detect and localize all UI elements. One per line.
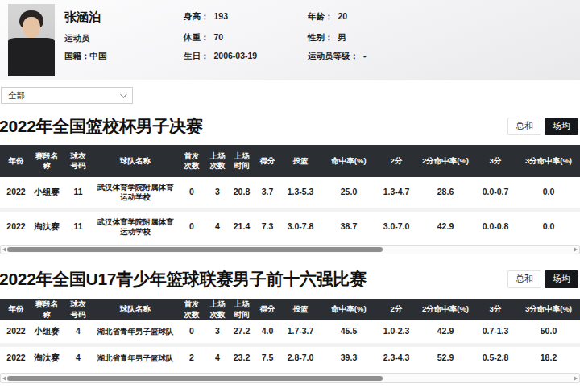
table-cell: 0.0 <box>517 187 580 197</box>
table-cell: 11 <box>61 187 95 197</box>
column-header: 命中率(%) <box>322 304 375 314</box>
column-header: 首发 次数 <box>176 151 208 171</box>
scroll-right-arrow-icon[interactable] <box>574 376 578 381</box>
player-name: 张涵泊 <box>64 10 101 25</box>
table-cell: 2022 <box>0 221 32 232</box>
table-cell: 20.8 <box>227 187 256 197</box>
table-cell: 23.2 <box>227 353 256 363</box>
stats-table-1: 年份赛段名称球衣 号码球队名称首发 次数上场 次数上场 时间得分投篮命中率(%)… <box>0 145 580 242</box>
column-header: 上场 次数 <box>208 299 227 320</box>
section-1-title: 2022年全国篮校杯男子决赛 <box>0 115 203 138</box>
scrollbar-thumb[interactable] <box>7 376 383 381</box>
scroll-left-arrow-icon[interactable] <box>2 376 6 381</box>
column-header: 投篮 <box>279 304 322 314</box>
table-cell: 0 <box>176 187 208 197</box>
stats-table-2: 年份赛段名称球衣 号码球队名称首发 次数上场 次数上场 时间得分投篮命中率(%)… <box>0 299 580 369</box>
table-row: 2022小组赛11武汉体育学院附属体育运动学校0320.83.71.3-5.32… <box>0 177 580 208</box>
table-cell: 27.2 <box>227 326 256 336</box>
table-header-row: 年份赛段名称球衣 号码球队名称首发 次数上场 次数上场 时间得分投篮命中率(%)… <box>0 299 580 320</box>
table-cell: 湖北省青年男子篮球队 <box>95 353 176 363</box>
field-age: 年龄：20 <box>308 11 347 23</box>
section-1-toggle-group: 总和 场均 <box>508 118 578 134</box>
table-cell: 3.7 <box>256 187 279 197</box>
photo-face <box>23 17 40 38</box>
player-photo <box>8 4 55 76</box>
field-weight: 体重：70 <box>184 32 223 43</box>
table-cell: 2022 <box>0 353 32 363</box>
sum-toggle-button[interactable]: 总和 <box>508 118 541 134</box>
table-cell: 11 <box>61 221 95 232</box>
column-header: 2分 <box>375 304 417 314</box>
table-cell: 2.8-7.0 <box>279 353 322 363</box>
table-row: 2022小组赛4湖北省青年男子篮球队0327.24.01.7-3.745.51.… <box>0 320 580 343</box>
table-cell: 4 <box>61 353 95 363</box>
field-gender: 性别：男 <box>308 32 346 43</box>
table-cell: 0.0-0.7 <box>474 187 517 197</box>
column-header: 上场 次数 <box>208 151 227 171</box>
column-header: 3分命中率(%) <box>517 156 580 166</box>
player-role: 运动员 <box>64 33 90 44</box>
table-cell: 39.3 <box>322 353 375 363</box>
column-header: 2分命中率(%) <box>417 156 474 166</box>
table-cell: 淘汰赛 <box>32 221 61 232</box>
table-cell: 3.0-7.8 <box>279 221 322 232</box>
photo-torso <box>8 38 55 76</box>
column-header: 3分 <box>474 156 517 166</box>
scroll-left-arrow-icon[interactable] <box>2 247 6 252</box>
table-cell: 28.6 <box>417 187 474 197</box>
player-nationality: 国籍：中国 <box>64 51 107 62</box>
table-cell: 4 <box>61 326 95 336</box>
column-header: 赛段名称 <box>32 299 61 320</box>
table-cell: 1.0-2.3 <box>375 326 417 336</box>
table-cell: 4 <box>208 353 227 363</box>
table-cell: 0.5-2.8 <box>474 353 517 363</box>
horizontal-scrollbar[interactable] <box>0 373 580 383</box>
scroll-right-arrow-icon[interactable] <box>574 247 578 252</box>
column-header: 球衣 号码 <box>61 151 95 171</box>
table-cell: 2.3-4.3 <box>375 353 417 363</box>
table-header-row: 年份赛段名称球衣 号码球队名称首发 次数上场 次数上场 时间得分投篮命中率(%)… <box>0 145 580 177</box>
table-cell: 7.3 <box>256 221 279 232</box>
chevron-down-icon <box>120 91 126 97</box>
table-cell: 淘汰赛 <box>32 353 61 363</box>
per-game-toggle-button[interactable]: 场均 <box>545 270 578 287</box>
table-cell: 50.0 <box>517 326 580 336</box>
column-header: 得分 <box>256 304 279 314</box>
table-cell: 2022 <box>0 326 32 336</box>
table-cell: 3.0-7.0 <box>375 221 417 232</box>
table-cell: 小组赛 <box>32 187 61 197</box>
table-row: 2022淘汰赛11武汉体育学院附属体育运动学校0421.47.33.0-7.83… <box>0 212 580 242</box>
column-header: 命中率(%) <box>322 156 375 166</box>
table-cell: 武汉体育学院附属体育运动学校 <box>95 217 176 237</box>
sum-toggle-button[interactable]: 总和 <box>508 270 541 287</box>
table-cell: 小组赛 <box>32 326 61 336</box>
table-cell: 38.7 <box>322 221 375 232</box>
field-birthday: 生日：2006-03-19 <box>184 51 257 62</box>
column-header: 2分命中率(%) <box>417 304 474 314</box>
table-cell: 0.7-1.3 <box>474 326 517 336</box>
table-cell: 0.0 <box>517 221 580 232</box>
column-header: 年份 <box>0 304 32 314</box>
profile-header: 张涵泊 运动员 国籍：中国 身高：193 体重：70 生日：2006-03-19… <box>0 0 580 80</box>
table-row: 2022淘汰赛4湖北省青年男子篮球队2423.27.52.8-7.039.32.… <box>0 347 580 369</box>
table-cell: 3 <box>208 187 227 197</box>
table-cell: 42.9 <box>417 221 474 232</box>
nationality-value: 中国 <box>90 51 107 60</box>
per-game-toggle-button[interactable]: 场均 <box>545 118 578 134</box>
competition-filter-select[interactable]: 全部 <box>1 87 133 104</box>
nationality-label: 国籍： <box>64 51 90 60</box>
section-2-header: 2022年全国U17青少年篮球联赛男子前十六强比赛 总和 场均 <box>0 268 580 291</box>
column-header: 投篮 <box>279 156 322 166</box>
horizontal-scrollbar[interactable] <box>0 245 580 254</box>
column-header: 2分 <box>375 156 417 166</box>
column-header: 首发 次数 <box>176 299 208 320</box>
section-2-toggle-group: 总和 场均 <box>508 270 578 287</box>
table-cell: 武汉体育学院附属体育运动学校 <box>95 183 176 202</box>
scrollbar-thumb[interactable] <box>7 247 383 252</box>
table-cell: 1.3-4.7 <box>375 187 417 197</box>
column-header: 3分 <box>474 304 517 314</box>
table-cell: 21.4 <box>227 221 256 232</box>
table-cell: 52.9 <box>417 353 474 363</box>
column-header: 球队名称 <box>95 304 176 314</box>
table-cell: 1.7-3.7 <box>279 326 322 336</box>
